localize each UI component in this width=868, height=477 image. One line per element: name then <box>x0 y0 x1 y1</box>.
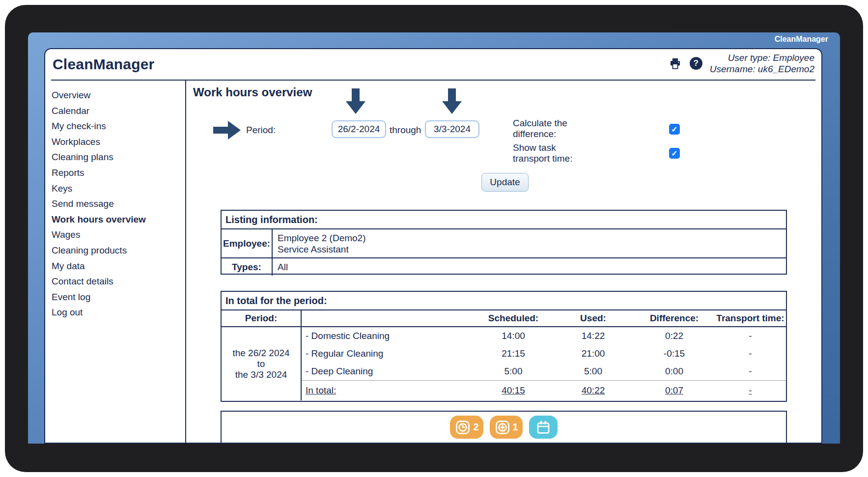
user-info: User type: Employee Username: uk6_EDemo2 <box>710 52 814 75</box>
sidebar-item-send-message[interactable]: Send message <box>52 196 185 212</box>
header-right: ? User type: Employee Username: uk6_EDem… <box>669 52 814 75</box>
listing-info-title: Listing information: <box>222 211 786 229</box>
sidebar-item-event-log[interactable]: Event log <box>52 289 185 305</box>
calendar-button[interactable] <box>529 416 558 439</box>
app-window: CleanManager CleanManager ? <box>28 32 840 444</box>
calculate-difference-checkbox[interactable]: ✓ <box>669 124 680 135</box>
arrow-down-icon <box>345 88 366 115</box>
sidebar-item-contact-details[interactable]: Contact details <box>52 274 185 289</box>
arrow-right-icon <box>213 120 242 140</box>
sidebar: Overview Calendar My check-ins Workplace… <box>45 81 186 444</box>
print-icon[interactable] <box>669 56 682 70</box>
user-type: User type: Employee <box>710 52 814 63</box>
clock-count: 2 <box>473 421 478 433</box>
sidebar-item-wages[interactable]: Wages <box>52 227 185 243</box>
show-transport-checkbox[interactable]: ✓ <box>669 148 680 159</box>
clock-count-button[interactable]: 2 <box>450 416 483 439</box>
app-logo: CleanManager <box>53 56 154 73</box>
help-icon[interactable]: ? <box>689 56 703 70</box>
device-frame: CleanManager CleanManager ? <box>5 5 863 472</box>
arrow-down-icon <box>441 88 463 115</box>
sidebar-item-calendar[interactable]: Calendar <box>52 103 185 119</box>
col-used: Used: <box>553 313 634 324</box>
col-difference: Difference: <box>634 313 715 324</box>
sidebar-item-my-check-ins[interactable]: My check-ins <box>52 118 185 134</box>
col-transport: Transport time: <box>715 313 786 324</box>
table-row: Types: All <box>222 257 786 274</box>
total-transport[interactable]: - <box>749 385 752 395</box>
add-task-icon <box>494 419 511 436</box>
clock-icon <box>454 419 471 436</box>
totals-table: In total for the period: Period: Schedul… <box>221 291 787 402</box>
employee-value: Employee 2 (Demo2) Service Assistant <box>273 229 786 258</box>
table-row: Employee: Employee 2 (Demo2) Service Ass… <box>222 229 786 257</box>
sidebar-item-log-out[interactable]: Log out <box>52 305 185 320</box>
page-title: Work hours overview <box>193 85 312 99</box>
totals-column-headers: Period: Scheduled: Used: Difference: Tra… <box>222 310 786 327</box>
show-transport-label: Show task transport time: <box>513 142 594 164</box>
table-row: - Regular Cleaning 21:15 21:00 -0:15 - <box>302 345 786 363</box>
total-label[interactable]: In total: <box>306 385 336 395</box>
sidebar-item-workplaces[interactable]: Workplaces <box>52 134 185 150</box>
add-task-count-button[interactable]: 1 <box>490 416 523 439</box>
table-row: - Domestic Cleaning 14:00 14:22 0:22 - <box>302 327 786 345</box>
sidebar-item-work-hours-overview[interactable]: Work hours overview <box>52 212 185 227</box>
through-label: through <box>390 125 421 136</box>
period-to-input[interactable] <box>425 120 479 138</box>
sidebar-item-cleaning-products[interactable]: Cleaning products <box>52 243 185 258</box>
main-panel: Work hours overview Period: through Calc <box>186 81 821 444</box>
totals-title: In total for the period: <box>222 292 786 310</box>
footer-bar: 2 1 <box>221 411 787 444</box>
calendar-icon <box>535 419 552 436</box>
calculate-difference-label: Calculate the difference: <box>513 118 594 140</box>
employee-label: Employee: <box>222 229 273 258</box>
col-scheduled: Scheduled: <box>474 313 553 324</box>
sidebar-item-my-data[interactable]: My data <box>52 258 185 274</box>
total-difference[interactable]: 0:07 <box>665 385 683 395</box>
window-title: CleanManager <box>775 35 828 44</box>
totals-rows: - Domestic Cleaning 14:00 14:22 0:22 - -… <box>302 327 786 400</box>
table-row: - Deep Cleaning 5:00 5:00 0:00 - <box>302 363 786 380</box>
col-period: Period: <box>222 310 302 326</box>
listing-info-table: Listing information: Employee: Employee … <box>221 210 787 275</box>
sidebar-item-cleaning-plans[interactable]: Cleaning plans <box>52 149 185 165</box>
header: CleanManager ? User type: <box>45 49 821 80</box>
totals-body: the 26/2 2024 to the 3/3 2024 - Domestic… <box>222 327 786 400</box>
app-card: CleanManager ? User type: <box>44 48 822 444</box>
types-label: Types: <box>222 258 273 276</box>
sidebar-item-overview[interactable]: Overview <box>52 87 185 103</box>
types-value: All <box>273 258 786 276</box>
period-from-input[interactable] <box>332 120 386 138</box>
period-label: Period: <box>246 125 276 136</box>
sidebar-item-keys[interactable]: Keys <box>52 181 185 196</box>
sidebar-item-reports[interactable]: Reports <box>52 165 185 181</box>
update-button[interactable]: Update <box>481 173 529 192</box>
add-task-count: 1 <box>513 421 518 433</box>
content: Overview Calendar My check-ins Workplace… <box>45 81 821 444</box>
total-used[interactable]: 40:22 <box>582 385 605 395</box>
total-scheduled[interactable]: 40:15 <box>502 385 525 395</box>
total-row: In total: 40:15 40:22 0:07 - <box>302 381 786 400</box>
period-range-cell: the 26/2 2024 to the 3/3 2024 <box>222 327 302 400</box>
user-name: Username: uk6_EDemo2 <box>710 63 814 75</box>
